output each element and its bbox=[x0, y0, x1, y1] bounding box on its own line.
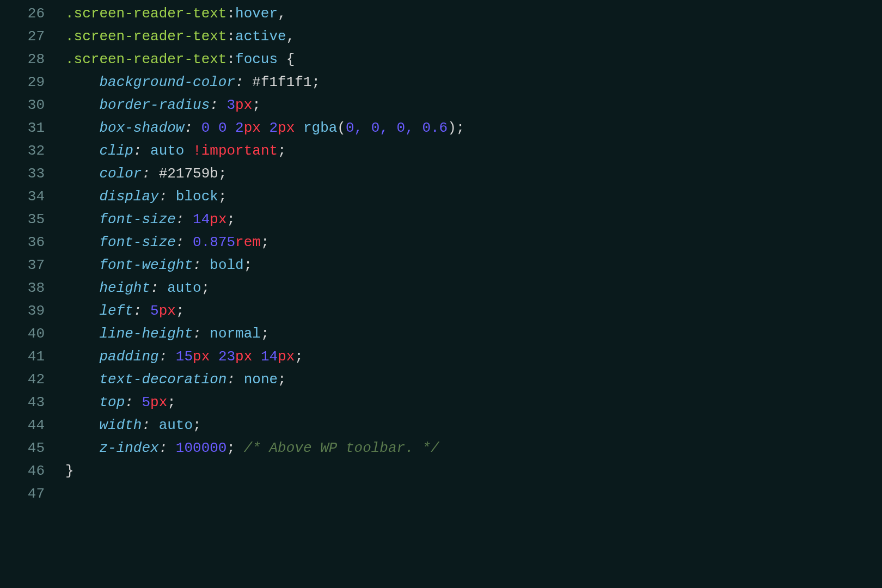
line-content[interactable]: box-shadow: 0 0 2px 2px rgba(0, 0, 0, 0.… bbox=[65, 117, 882, 139]
line-number: 39 bbox=[0, 299, 65, 322]
line-content[interactable]: .screen-reader-text:hover, bbox=[65, 2, 882, 25]
token: ; bbox=[261, 234, 270, 250]
token: #21759b bbox=[159, 166, 218, 182]
code-line[interactable]: 45 z-index: 100000; /* Above WP toolbar.… bbox=[0, 437, 882, 460]
line-content[interactable]: z-index: 100000; /* Above WP toolbar. */ bbox=[65, 437, 882, 460]
token: .screen-reader-text bbox=[65, 51, 226, 68]
token: ; bbox=[278, 371, 286, 388]
code-line[interactable]: 42 text-decoration: none; bbox=[0, 368, 882, 391]
line-content[interactable]: top: 5px; bbox=[65, 391, 882, 414]
token: rgba bbox=[295, 120, 337, 136]
line-content[interactable]: font-weight: bold; bbox=[65, 254, 882, 277]
token: { bbox=[278, 51, 295, 68]
token: bold bbox=[210, 257, 243, 273]
line-content[interactable]: left: 5px; bbox=[65, 299, 882, 322]
token: left bbox=[99, 303, 133, 319]
line-number: 38 bbox=[0, 277, 65, 299]
code-line[interactable]: 32 clip: auto !important; bbox=[0, 139, 882, 162]
code-line[interactable]: 46} bbox=[0, 460, 882, 482]
code-line[interactable]: 41 padding: 15px 23px 14px; bbox=[0, 345, 882, 368]
line-number: 30 bbox=[0, 94, 65, 117]
token: font-size bbox=[99, 211, 175, 228]
code-line[interactable]: 44 width: auto; bbox=[0, 414, 882, 437]
code-line[interactable]: 43 top: 5px; bbox=[0, 391, 882, 414]
line-number: 34 bbox=[0, 185, 65, 208]
token: text-decoration bbox=[99, 371, 226, 388]
line-content[interactable] bbox=[65, 482, 882, 505]
token: ( bbox=[337, 120, 346, 136]
code-line[interactable]: 30 border-radius: 3px; bbox=[0, 94, 882, 117]
code-line[interactable]: 28.screen-reader-text:focus { bbox=[0, 48, 882, 71]
token: normal bbox=[210, 326, 261, 342]
token: block bbox=[176, 188, 218, 205]
line-content[interactable]: clip: auto !important; bbox=[65, 139, 882, 162]
token: focus bbox=[235, 51, 278, 68]
token: clip bbox=[99, 143, 133, 159]
token: 2 bbox=[261, 120, 278, 136]
token: : bbox=[159, 348, 176, 365]
code-line[interactable]: 33 color: #21759b; bbox=[0, 162, 882, 185]
code-line[interactable]: 31 box-shadow: 0 0 2px 2px rgba(0, 0, 0,… bbox=[0, 117, 882, 139]
token: : bbox=[235, 74, 252, 90]
code-line[interactable]: 29 background-color: #f1f1f1; bbox=[0, 71, 882, 94]
token: px bbox=[210, 211, 226, 228]
token: ) bbox=[448, 120, 456, 136]
code-line[interactable]: 37 font-weight: bold; bbox=[0, 254, 882, 277]
token: ; bbox=[227, 211, 236, 228]
token: : bbox=[159, 188, 176, 205]
line-number: 28 bbox=[0, 48, 65, 71]
line-content[interactable]: width: auto; bbox=[65, 414, 882, 437]
line-content[interactable]: height: auto; bbox=[65, 277, 882, 299]
token: : bbox=[142, 417, 158, 433]
line-content[interactable]: padding: 15px 23px 14px; bbox=[65, 345, 882, 368]
token: active bbox=[235, 28, 286, 45]
code-line[interactable]: 39 left: 5px; bbox=[0, 299, 882, 322]
code-line[interactable]: 27.screen-reader-text:active, bbox=[0, 25, 882, 48]
token: px bbox=[278, 348, 295, 365]
token: : bbox=[142, 166, 158, 182]
token: : bbox=[226, 51, 235, 68]
token: 0 0 2 bbox=[201, 120, 244, 136]
line-content[interactable]: display: block; bbox=[65, 185, 882, 208]
token: .screen-reader-text bbox=[65, 28, 226, 45]
line-number: 36 bbox=[0, 231, 65, 254]
line-number: 33 bbox=[0, 162, 65, 185]
token: 14 bbox=[193, 211, 210, 228]
line-content[interactable]: } bbox=[65, 460, 882, 482]
line-content[interactable]: border-radius: 3px; bbox=[65, 94, 882, 117]
code-line[interactable]: 26.screen-reader-text:hover, bbox=[0, 2, 882, 25]
token: ; bbox=[312, 74, 321, 90]
line-number: 26 bbox=[0, 2, 65, 25]
code-line[interactable]: 34 display: block; bbox=[0, 185, 882, 208]
token: px bbox=[278, 120, 295, 136]
line-content[interactable]: font-size: 14px; bbox=[65, 208, 882, 231]
token: display bbox=[99, 188, 158, 205]
token: px bbox=[150, 394, 167, 411]
token: ; bbox=[295, 348, 303, 365]
token: auto bbox=[159, 417, 193, 433]
line-content[interactable]: .screen-reader-text:focus { bbox=[65, 48, 882, 71]
line-content[interactable]: line-height: normal; bbox=[65, 322, 882, 345]
code-line[interactable]: 36 font-size: 0.875rem; bbox=[0, 231, 882, 254]
code-editor[interactable]: 26.screen-reader-text:hover,27.screen-re… bbox=[0, 2, 882, 505]
line-content[interactable]: text-decoration: none; bbox=[65, 368, 882, 391]
token: px bbox=[159, 303, 176, 319]
token: } bbox=[65, 463, 74, 479]
token: : bbox=[150, 280, 167, 296]
code-line[interactable]: 47 bbox=[0, 482, 882, 505]
code-line[interactable]: 35 font-size: 14px; bbox=[0, 208, 882, 231]
code-line[interactable]: 38 height: auto; bbox=[0, 277, 882, 299]
line-number: 41 bbox=[0, 345, 65, 368]
code-line[interactable]: 40 line-height: normal; bbox=[0, 322, 882, 345]
token: height bbox=[99, 280, 150, 296]
line-content[interactable]: background-color: #f1f1f1; bbox=[65, 71, 882, 94]
line-content[interactable]: .screen-reader-text:active, bbox=[65, 25, 882, 48]
line-number: 29 bbox=[0, 71, 65, 94]
token: none bbox=[244, 371, 278, 388]
line-content[interactable]: font-size: 0.875rem; bbox=[65, 231, 882, 254]
token: : bbox=[226, 28, 235, 45]
token: font-size bbox=[99, 234, 175, 250]
line-number: 43 bbox=[0, 391, 65, 414]
token: : bbox=[176, 211, 193, 228]
line-content[interactable]: color: #21759b; bbox=[65, 162, 882, 185]
